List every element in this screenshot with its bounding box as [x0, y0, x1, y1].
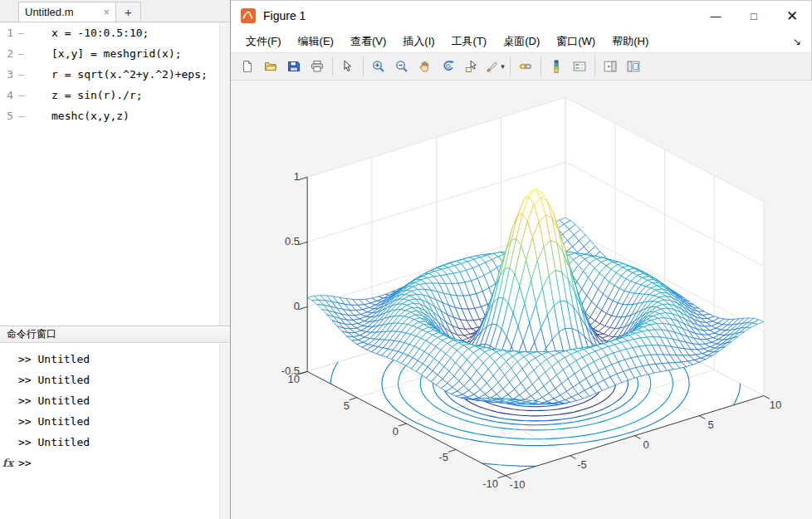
fold-marker-icon[interactable]: — — [18, 90, 30, 101]
code-text[interactable]: r = sqrt(x.^2+y.^2)+eps; — [51, 68, 208, 81]
menu-edit[interactable]: 编辑(E) — [290, 31, 342, 52]
menu-file[interactable]: 文件(F) — [237, 31, 290, 52]
code-text[interactable]: [x,y] = meshgrid(x); — [51, 47, 182, 60]
line-number: 5 — [0, 110, 13, 122]
figure-title-bar[interactable]: Figure 1 — □ ✕ — [231, 1, 811, 31]
print-figure-button[interactable] — [306, 56, 328, 77]
editor-code-lines: 1—x = -10:0.5:10;2—[x,y] = meshgrid(x);3… — [0, 22, 219, 126]
menu-window[interactable]: 窗口(W) — [548, 31, 604, 52]
rotate-3d-icon — [441, 59, 456, 74]
new-figure-icon — [240, 59, 255, 74]
editor-line: 4—z = sin(r)./r; — [0, 85, 219, 105]
insert-legend-button[interactable] — [569, 56, 590, 77]
line-number: 3 — [0, 68, 13, 81]
data-cursor-button[interactable] — [461, 56, 482, 77]
new-figure-button[interactable] — [237, 56, 258, 77]
brush-button[interactable]: ▾ — [484, 56, 506, 77]
fold-marker-icon[interactable]: — — [18, 27, 30, 39]
figure-window: Figure 1 — □ ✕ 文件(F)编辑(E)查看(V)插入(I)工具(T)… — [231, 0, 812, 519]
figure-toolbar: ▾ — [231, 52, 811, 81]
editor-line: 5—meshc(x,y,z) — [0, 105, 219, 126]
edit-plot-button[interactable] — [337, 56, 359, 77]
tab-close-icon[interactable]: × — [103, 6, 110, 18]
save-figure-icon — [286, 59, 301, 74]
zoom-out-button[interactable] — [391, 56, 413, 77]
toolbar-separator — [332, 57, 333, 76]
pan-button[interactable] — [414, 56, 436, 77]
command-line: >> Untitled — [0, 349, 219, 370]
command-line: >> Untitled — [0, 411, 219, 432]
maximize-button[interactable]: □ — [735, 1, 773, 31]
toolbar-separator — [541, 57, 541, 76]
link-plot-button[interactable] — [515, 56, 536, 77]
toolbar-separator — [363, 57, 364, 76]
fold-marker-icon[interactable]: — — [18, 48, 30, 60]
meshc-plot[interactable]: -10-50510-10-50510-0.500.51 — [231, 81, 812, 519]
hide-plot-tools-button[interactable] — [599, 56, 621, 77]
command-scrollbar[interactable] — [219, 344, 230, 519]
editor-line: 3—r = sqrt(x.^2+y.^2)+eps; — [0, 64, 219, 85]
brush-icon — [485, 59, 500, 74]
figure-menu-bar: 文件(F)编辑(E)查看(V)插入(I)工具(T)桌面(D)窗口(W)帮助(H)… — [231, 31, 811, 52]
menu-tools[interactable]: 工具(T) — [443, 31, 496, 52]
save-figure-button[interactable] — [283, 56, 305, 77]
command-window-title: 命令行窗口 — [7, 327, 56, 341]
maximize-icon: □ — [751, 10, 757, 22]
command-window-header[interactable]: 命令行窗口 — [0, 326, 230, 343]
command-line: >> Untitled — [0, 370, 219, 390]
command-prompt[interactable]: >> — [16, 457, 32, 469]
editor-tab-bar: Untitled.m × + — [0, 0, 230, 22]
figure-canvas[interactable]: -10-50510-10-50510-0.500.51 — [231, 81, 812, 519]
fold-marker-icon[interactable]: — — [18, 69, 30, 81]
edit-plot-icon — [340, 59, 355, 74]
x-tick-label: 10 — [770, 399, 781, 411]
fold-marker-icon[interactable]: — — [18, 110, 30, 122]
zoom-out-icon — [394, 59, 409, 74]
insert-colorbar-button[interactable] — [545, 56, 567, 77]
command-line: >> Untitled — [0, 432, 219, 453]
command-window[interactable]: >> Untitled>> Untitled>> Untitled>> Unti… — [0, 344, 219, 519]
x-tick-label: 5 — [707, 419, 713, 431]
window-controls: — □ ✕ — [697, 1, 811, 31]
y-tick-label: 5 — [344, 399, 350, 412]
minimize-icon: — — [711, 10, 722, 22]
open-file-button[interactable] — [260, 56, 281, 77]
x-tick-label: -10 — [510, 478, 526, 491]
y-tick-label: -5 — [438, 451, 448, 463]
dropdown-caret-icon[interactable]: ▾ — [501, 62, 505, 71]
line-number: 2 — [0, 47, 13, 60]
editor-scrollbar[interactable] — [219, 22, 230, 326]
print-figure-icon — [310, 59, 325, 74]
fx-button[interactable]: fx — [0, 457, 16, 469]
matlab-logo-icon — [241, 8, 256, 23]
editor-tab-untitled[interactable]: Untitled.m × — [18, 2, 116, 22]
zoom-in-icon — [371, 59, 386, 74]
command-line: >> Untitled — [0, 390, 219, 411]
z-tick-label: 1 — [294, 170, 300, 183]
command-prompt-row: fx >> — [0, 453, 219, 473]
pan-icon — [418, 59, 433, 74]
minimize-button[interactable]: — — [697, 1, 735, 31]
close-button[interactable]: ✕ — [773, 1, 811, 31]
show-plot-tools-button[interactable] — [623, 56, 644, 77]
y-tick-label: 0 — [393, 425, 399, 438]
insert-legend-icon — [572, 59, 587, 74]
code-text[interactable]: meshc(x,y,z) — [51, 110, 130, 122]
menu-desktop[interactable]: 桌面(D) — [495, 31, 548, 52]
zoom-in-button[interactable] — [368, 56, 389, 77]
code-text[interactable]: x = -10:0.5:10; — [51, 27, 149, 39]
code-text[interactable]: z = sin(r)./r; — [51, 89, 143, 101]
rotate-3d-button[interactable] — [438, 56, 459, 77]
toolbar-separator — [510, 57, 511, 76]
menu-insert[interactable]: 插入(I) — [394, 31, 443, 52]
insert-colorbar-icon — [549, 59, 564, 74]
code-editor[interactable]: 1—x = -10:0.5:10;2—[x,y] = meshgrid(x);3… — [0, 22, 219, 326]
z-tick-label: 0 — [294, 300, 300, 312]
dock-figure-icon[interactable]: ↘ — [793, 36, 805, 47]
menu-help[interactable]: 帮助(H) — [604, 31, 657, 52]
link-plot-icon — [518, 59, 533, 74]
x-tick-label: -5 — [577, 458, 587, 471]
open-file-icon — [263, 59, 278, 74]
menu-view[interactable]: 查看(V) — [342, 31, 394, 52]
new-tab-button[interactable]: + — [116, 2, 141, 22]
